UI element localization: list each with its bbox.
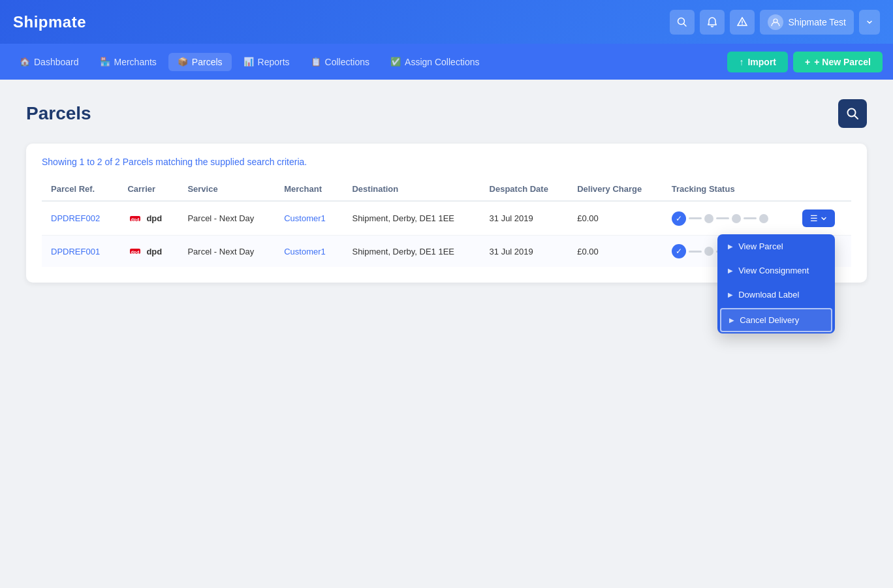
col-header-delivery-charge: Delivery Charge bbox=[568, 178, 663, 201]
merchant-link[interactable]: Customer1 bbox=[284, 213, 326, 223]
svg-line-6 bbox=[855, 116, 858, 119]
track-dot bbox=[704, 214, 713, 223]
results-info: Showing 1 to 2 of 2 Parcels matching the… bbox=[42, 157, 851, 167]
tracking-status-cell: ✓ bbox=[663, 201, 793, 236]
svg-text:dpd: dpd bbox=[131, 250, 140, 255]
check-circle-icon: ✓ bbox=[672, 211, 686, 226]
nav-item-assign-collections[interactable]: ✅ Assign Collections bbox=[381, 53, 488, 71]
carrier-cell: dpd dpd bbox=[118, 236, 178, 268]
parcel-ref-cell: DPDREF002 bbox=[42, 201, 118, 236]
despatch-date-cell: 31 Jul 2019 bbox=[480, 236, 569, 268]
col-header-actions bbox=[793, 178, 851, 201]
col-header-despatch-date: Despatch Date bbox=[480, 178, 569, 201]
page-title: Parcels bbox=[26, 103, 91, 124]
nav-item-collections[interactable]: 📋 Collections bbox=[302, 53, 379, 71]
page-header: Parcels bbox=[26, 99, 867, 128]
merchant-cell: Customer1 bbox=[275, 201, 343, 236]
dropdown-item-label: Download Label bbox=[738, 290, 799, 300]
top-header: Shipmate bbox=[0, 0, 893, 44]
check-circle-icon: ✓ bbox=[672, 244, 686, 258]
import-icon: ↑ bbox=[739, 57, 744, 67]
dropdown-item-download-label[interactable]: ▶ Download Label bbox=[717, 283, 835, 307]
nav-left: 🏠 Dashboard 🏪 Merchants 📦 Parcels 📊 Repo… bbox=[10, 53, 488, 71]
main-content: Parcels Showing 1 to 2 of 2 Parcels matc… bbox=[0, 80, 893, 302]
nav-item-reports[interactable]: 📊 Reports bbox=[234, 53, 299, 71]
collections-icon: 📋 bbox=[311, 57, 321, 67]
dropdown-container: ☰ ▶ View Parcel bbox=[802, 209, 835, 227]
dropdown-arrow-icon: ▶ bbox=[728, 243, 733, 250]
dropdown-arrow-icon: ▶ bbox=[728, 291, 733, 298]
dropdown-item-view-parcel[interactable]: ▶ View Parcel bbox=[717, 234, 835, 258]
merchants-icon: 🏪 bbox=[100, 57, 110, 67]
alerts-icon-button[interactable] bbox=[730, 10, 755, 35]
merchant-link[interactable]: Customer1 bbox=[284, 247, 326, 256]
user-menu-button[interactable]: Shipmate Test bbox=[760, 10, 854, 35]
action-menu-button[interactable]: ☰ bbox=[802, 209, 835, 227]
import-button[interactable]: ↑ Import bbox=[727, 52, 788, 72]
svg-text:dpd: dpd bbox=[131, 217, 140, 223]
dropdown-arrow-icon: ▶ bbox=[728, 267, 733, 274]
col-header-parcel-ref: Parcel Ref. bbox=[42, 178, 118, 201]
svg-point-5 bbox=[848, 109, 856, 117]
table-row: DPDREF002 dpd dpd Parcel - Next Day bbox=[42, 201, 851, 236]
nav-item-dashboard[interactable]: 🏠 Dashboard bbox=[10, 53, 88, 71]
parcels-icon: 📦 bbox=[178, 57, 188, 67]
track-line bbox=[689, 217, 702, 219]
track-dot bbox=[759, 214, 768, 223]
delivery-charge-cell: £0.00 bbox=[568, 236, 663, 268]
parcels-table: Parcel Ref. Carrier Service Merchant Des… bbox=[42, 178, 851, 267]
dropdown-item-view-consignment[interactable]: ▶ View Consignment bbox=[717, 258, 835, 283]
despatch-date-cell: 31 Jul 2019 bbox=[480, 201, 569, 236]
carrier-dpd: dpd dpd bbox=[127, 211, 169, 226]
import-label: Import bbox=[747, 57, 776, 67]
chevron-down-icon bbox=[821, 215, 827, 222]
notifications-icon-button[interactable] bbox=[700, 10, 725, 35]
destination-cell: Shipment, Derby, DE1 1EE bbox=[343, 201, 480, 236]
track-line bbox=[716, 217, 729, 219]
dropdown-arrow-icon: ▶ bbox=[729, 317, 734, 324]
track-line bbox=[744, 217, 757, 219]
action-cell: ☰ ▶ View Parcel bbox=[793, 201, 851, 236]
dropdown-item-cancel-delivery[interactable]: ▶ Cancel Delivery bbox=[720, 308, 832, 332]
page-search-button[interactable] bbox=[838, 99, 867, 128]
col-header-merchant: Merchant bbox=[275, 178, 343, 201]
reports-icon: 📊 bbox=[243, 57, 254, 67]
table-body: DPDREF002 dpd dpd Parcel - Next Day bbox=[42, 201, 851, 267]
results-card: Showing 1 to 2 of 2 Parcels matching the… bbox=[26, 144, 867, 283]
carrier-cell: dpd dpd bbox=[118, 201, 178, 236]
svg-line-1 bbox=[683, 23, 686, 26]
assign-collections-icon: ✅ bbox=[390, 57, 401, 67]
new-parcel-button[interactable]: + + New Parcel bbox=[793, 52, 883, 72]
track-line bbox=[689, 251, 702, 253]
nav-item-parcels[interactable]: 📦 Parcels bbox=[168, 53, 232, 71]
tracking-status: ✓ bbox=[672, 211, 784, 226]
dpd-logo-icon: dpd bbox=[127, 243, 143, 259]
delivery-charge-cell: £0.00 bbox=[568, 201, 663, 236]
dropdown-item-label: Cancel Delivery bbox=[740, 315, 799, 325]
app-logo: Shipmate bbox=[13, 13, 86, 31]
track-dot bbox=[732, 214, 741, 223]
new-parcel-icon: + bbox=[805, 57, 810, 67]
dpd-logo-icon: dpd bbox=[127, 211, 143, 226]
user-dropdown-button[interactable] bbox=[859, 10, 880, 35]
menu-lines-icon: ☰ bbox=[810, 213, 818, 223]
service-cell: Parcel - Next Day bbox=[178, 201, 275, 236]
col-header-carrier: Carrier bbox=[118, 178, 178, 201]
parcel-ref-cell: DPDREF001 bbox=[42, 236, 118, 268]
action-dropdown-menu: ▶ View Parcel ▶ View Consignment ▶ Downl… bbox=[717, 234, 835, 333]
dropdown-item-label: View Consignment bbox=[738, 266, 809, 275]
search-icon-button[interactable] bbox=[670, 10, 695, 35]
table-header: Parcel Ref. Carrier Service Merchant Des… bbox=[42, 178, 851, 201]
col-header-destination: Destination bbox=[343, 178, 480, 201]
nav-item-merchants[interactable]: 🏪 Merchants bbox=[91, 53, 166, 71]
parcel-ref-link[interactable]: DPDREF001 bbox=[51, 247, 100, 256]
destination-cell: Shipment, Derby, DE1 1EE bbox=[343, 236, 480, 268]
header-right: Shipmate Test bbox=[670, 10, 880, 35]
nav-bar: 🏠 Dashboard 🏪 Merchants 📦 Parcels 📊 Repo… bbox=[0, 44, 893, 80]
svg-point-3 bbox=[742, 23, 743, 25]
user-name: Shipmate Test bbox=[789, 17, 846, 27]
parcel-ref-link[interactable]: DPDREF002 bbox=[51, 213, 100, 223]
user-avatar bbox=[768, 14, 783, 30]
new-parcel-label: + New Parcel bbox=[814, 57, 871, 67]
dashboard-icon: 🏠 bbox=[20, 57, 30, 67]
